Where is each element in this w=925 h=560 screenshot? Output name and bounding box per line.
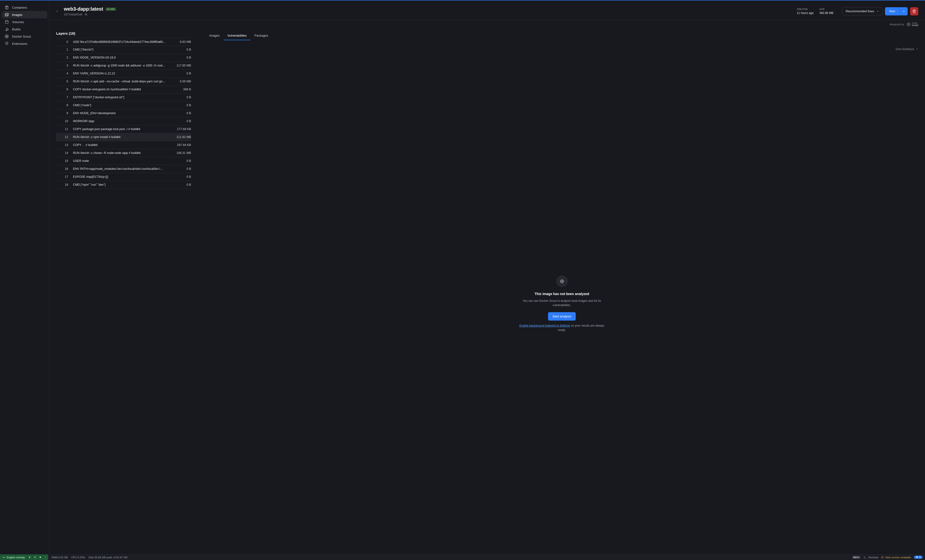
layer-size: 0 B — [169, 183, 191, 187]
empty-state-icon-circle — [556, 275, 568, 287]
update-notice[interactable]: New version available — [881, 556, 911, 559]
enable-indexing-link[interactable]: Enable background indexing in Settings — [519, 324, 570, 327]
extensions-icon — [5, 41, 9, 46]
nav-list: ContainersImagesVolumesBuildsDocker Scou… — [0, 4, 49, 47]
layer-index: 1 — [56, 48, 73, 51]
delete-button[interactable] — [910, 7, 918, 15]
layer-command: ENTRYPOINT ["docker-entrypoint.sh"] — [73, 96, 169, 99]
layer-index: 8 — [56, 104, 73, 107]
layer-row[interactable]: 16ENV PATH=/app/node_modules/.bin:/usr/l… — [56, 165, 191, 173]
layer-size: 5.59 MB — [169, 80, 191, 83]
layer-row[interactable]: 12RUN /bin/sh -c npm install # buildkit1… — [56, 133, 191, 141]
scout-icon — [5, 34, 9, 39]
engine-play-button[interactable] — [27, 554, 32, 560]
volumes-icon — [5, 20, 9, 24]
layer-command: COPY package.json package-lock.json ./ #… — [73, 127, 169, 131]
layer-size: 117.85 MB — [169, 64, 191, 67]
layer-size: 0 B — [169, 72, 191, 75]
layer-row[interactable]: 6COPY docker-entrypoint.sh /usr/local/bi… — [56, 86, 191, 93]
container-icon — [5, 5, 9, 10]
sidebar-item-docker-scout[interactable]: Docker Scout — [2, 33, 47, 40]
recommended-fixes-button[interactable]: Recommended fixes — [842, 7, 883, 15]
svg-point-22 — [45, 558, 46, 558]
docker-scout-logo: dockerscout — [907, 22, 918, 27]
engine-stop-button[interactable] — [38, 554, 43, 560]
layer-command: COPY docker-entrypoint.sh /usr/local/bin… — [73, 88, 169, 91]
sidebar-item-containers[interactable]: Containers — [2, 4, 47, 11]
pause-icon — [34, 556, 36, 558]
sidebar-item-label: Volumes — [12, 20, 24, 24]
layer-command: USER node — [73, 159, 169, 163]
layer-index: 17 — [56, 175, 73, 179]
layer-size: 106.31 MB — [169, 151, 191, 155]
layer-index: 6 — [56, 88, 73, 91]
layer-row[interactable]: 7ENTRYPOINT ["docker-entrypoint.sh"]0 B — [56, 93, 191, 101]
external-link-icon — [916, 48, 918, 51]
layer-row[interactable]: 1CMD ["/bin/sh"]0 B — [56, 46, 191, 54]
layer-command: RUN /bin/sh -c apk add --no-cache --virt… — [73, 80, 169, 83]
layer-row[interactable]: 18CMD ["npm" "run" "dev"]0 B — [56, 181, 191, 189]
run-button[interactable]: Run — [885, 7, 899, 15]
main-area: web3-dapp:latest IN USE 2d71edaef1a4 CRE… — [50, 0, 925, 554]
images-icon — [5, 12, 9, 17]
layer-row[interactable]: 13COPY . . # buildkit297.84 KB — [56, 141, 191, 149]
layer-size: 0 B — [169, 56, 191, 59]
engine-status[interactable]: Engine running — [0, 554, 27, 560]
run-options-button[interactable] — [899, 7, 908, 15]
sidebar-item-extensions[interactable]: Extensions — [2, 40, 47, 47]
engine-more-button[interactable] — [43, 554, 48, 560]
back-button[interactable] — [54, 8, 60, 15]
start-analysis-button[interactable]: Start analysis — [548, 312, 575, 321]
tab-vulnerabilities[interactable]: Vulnerabilities — [223, 31, 250, 40]
layer-row[interactable]: 10WORKDIR /app0 B — [56, 117, 191, 125]
layer-row[interactable]: 0ADD file:a71f7e9bc66668361f88637c724c44… — [56, 38, 191, 46]
svg-point-5 — [6, 36, 7, 37]
layer-size: 0 B — [169, 48, 191, 51]
layer-command: CMD ["/bin/sh"] — [73, 48, 169, 51]
svg-rect-10 — [560, 280, 563, 283]
layer-row[interactable]: 15USER node0 B — [56, 157, 191, 165]
ram-metric: RAM 0.52 GB — [51, 556, 68, 559]
whale-icon — [2, 556, 5, 559]
sidebar-item-label: Docker Scout — [12, 35, 31, 38]
svg-marker-16 — [29, 557, 30, 558]
sidebar-item-builds[interactable]: Builds — [2, 26, 47, 33]
layer-row[interactable]: 14RUN /bin/sh -c chown -R node:node /app… — [56, 149, 191, 157]
copy-hash-button[interactable] — [84, 13, 88, 16]
tab-packages[interactable]: Packages — [250, 31, 272, 40]
notifications-button[interactable]: 5 — [914, 555, 923, 559]
layer-index: 12 — [56, 135, 73, 139]
layers-table[interactable]: 0ADD file:a71f7e9bc66668361f88637c724c44… — [56, 38, 191, 554]
resource-metrics: RAM 0.52 GB CPU 0.25% Disk 55.89 GB avai… — [48, 556, 127, 559]
layer-row[interactable]: 11COPY package.json package-lock.json ./… — [56, 125, 191, 133]
svg-rect-18 — [35, 557, 36, 558]
layer-index: 15 — [56, 159, 73, 163]
recommended-fixes-label: Recommended fixes — [846, 9, 874, 13]
created-value: 11 hours ago — [797, 11, 814, 15]
give-feedback-link[interactable]: Give feedback — [896, 47, 914, 51]
layer-row[interactable]: 2ENV NODE_VERSION=20.16.00 B — [56, 54, 191, 62]
tab-images[interactable]: Images — [205, 31, 223, 40]
layer-row[interactable]: 5RUN /bin/sh -c apk add --no-cache --vir… — [56, 78, 191, 86]
size-label: SIZE — [820, 8, 833, 11]
sidebar-item-label: Containers — [12, 6, 27, 9]
svg-point-2 — [5, 20, 8, 21]
layer-row[interactable]: 9ENV NODE_ENV=development0 B — [56, 109, 191, 117]
layer-row[interactable]: 4ENV YARN_VERSION=1.22.220 B — [56, 69, 191, 78]
layer-index: 10 — [56, 119, 73, 123]
layer-command: COPY . . # buildkit — [73, 143, 169, 147]
svg-rect-1 — [6, 13, 8, 15]
sidebar-item-images[interactable]: Images — [2, 11, 47, 18]
layer-command: ENV NODE_ENV=development — [73, 111, 169, 115]
layer-row[interactable]: 17EXPOSE map[5173/tcp:{}]0 B — [56, 173, 191, 181]
disk-metric: Disk 55.89 GB avail. of 62.67 GB — [88, 556, 127, 559]
layer-row[interactable]: 8CMD ["node"]0 B — [56, 101, 191, 109]
terminal-button[interactable]: Terminal — [863, 555, 878, 559]
layer-row[interactable]: 3RUN /bin/sh -c addgroup -g 1000 node &&… — [56, 62, 191, 69]
sidebar-item-volumes[interactable]: Volumes — [2, 18, 47, 26]
layer-command: WORKDIR /app — [73, 119, 169, 123]
update-label: New version available — [885, 556, 911, 559]
layers-column: Layers (19) 0ADD file:a71f7e9bc66668361f… — [56, 27, 191, 554]
download-icon — [881, 556, 884, 559]
engine-pause-button[interactable] — [32, 554, 38, 560]
